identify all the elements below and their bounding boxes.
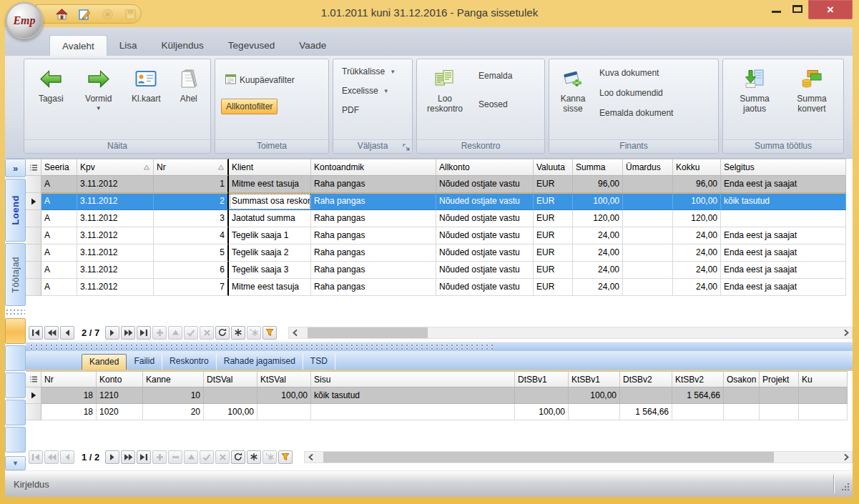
nav-last-button[interactable] (137, 450, 151, 464)
resize-grip[interactable] (834, 471, 853, 497)
tab-rahade-jagamised[interactable]: Rahade jagamised (217, 354, 303, 370)
grid-cell[interactable]: EUR (534, 262, 573, 279)
scroll-right-button[interactable] (840, 452, 852, 463)
nav-first-button[interactable] (29, 326, 43, 340)
grid-cell[interactable] (623, 262, 673, 279)
ribbon-tab-kyljendus[interactable]: Küljendus (149, 35, 216, 56)
loo-dokumendid-button[interactable]: Loo dokumendid (595, 86, 667, 100)
scrollbar-thumb[interactable] (323, 452, 774, 463)
nav-refresh-button[interactable] (215, 326, 230, 340)
grid-cell[interactable]: 120,00 (673, 210, 721, 227)
sidebar-group[interactable] (5, 372, 26, 398)
horizontal-scrollbar[interactable] (288, 327, 853, 339)
table-row[interactable]: A3.11.20124Tegelik saaja 1Raha pangasNõu… (26, 227, 853, 244)
table-row[interactable]: A3.11.20121Mitme eest tasujaRaha pangasN… (26, 176, 853, 193)
seosed-button[interactable]: Seosed (474, 97, 512, 112)
column-header-dtsbv2[interactable]: DtSBv2 (620, 371, 672, 387)
grid-cell[interactable] (623, 193, 673, 210)
grid-cell[interactable]: 100,00 (573, 193, 623, 210)
column-header-konto[interactable]: Konto (97, 371, 143, 387)
grid-cell[interactable]: 3.11.2012 (77, 279, 154, 296)
grid-cell[interactable]: Nõuded ostjate vastu (436, 227, 534, 244)
grid-cell[interactable]: Jaotatud summa (229, 210, 311, 227)
grid-cell[interactable]: Enda eest ja saajat (721, 279, 846, 296)
klkaart-button[interactable]: Kl.kaart (124, 61, 168, 139)
nav-filter-button[interactable] (262, 326, 277, 340)
sidebar-group[interactable] (5, 345, 26, 371)
home-qat-button[interactable] (55, 8, 68, 21)
grid-cell[interactable]: 120,00 (573, 210, 623, 227)
grid-cell[interactable] (724, 387, 760, 404)
grid-cell[interactable] (623, 279, 673, 296)
grid-cell[interactable]: 1020 (97, 404, 143, 420)
excelisse-button[interactable]: Excelisse ▼ (338, 84, 393, 98)
grid-cell[interactable]: 2 (154, 193, 229, 210)
column-header-projekt[interactable]: Projekt (760, 371, 799, 387)
grid-cell[interactable] (760, 387, 799, 404)
column-header-summa[interactable]: Summa (573, 159, 623, 176)
allkontofilter-button[interactable]: Allkontofilter (221, 99, 278, 114)
ribbon-tab-vaade[interactable]: Vaade (287, 35, 338, 56)
tab-tsd[interactable]: TSD (303, 354, 335, 370)
grid-cell[interactable]: Nõuded ostjate vastu (436, 244, 534, 262)
grid-cell[interactable]: 100,00 (569, 387, 620, 404)
grid-cell[interactable]: 24,00 (673, 279, 721, 296)
grid-cell[interactable]: Raha pangas (311, 262, 436, 279)
nav-next-button[interactable] (105, 326, 119, 340)
trukkalisse-button[interactable]: Trükkalisse ▼ (338, 64, 400, 79)
grid-cell[interactable]: kõik tasutud (721, 193, 846, 210)
tab-kanded[interactable]: Kanded (82, 354, 127, 370)
grid-cell[interactable]: 3.11.2012 (77, 262, 154, 279)
nav-prior-button[interactable] (60, 326, 74, 340)
ahel-button[interactable]: Ahel (172, 61, 206, 139)
scrollbar-thumb[interactable] (308, 327, 428, 338)
grid-cell[interactable]: 100,00 (515, 404, 569, 420)
vormid-button[interactable]: Vormid ▼ (77, 61, 121, 139)
sidebar-splitter[interactable] (6, 307, 25, 315)
grid-cell[interactable]: Nõuded ostjate vastu (436, 176, 534, 193)
grid-cell[interactable]: EUR (534, 244, 573, 262)
grid-cell[interactable]: Raha pangas (311, 227, 436, 244)
ribbon-tab-avaleht[interactable]: Avaleht (49, 35, 107, 56)
grid-cell[interactable]: Mitme eest tasuja (229, 176, 311, 193)
column-header-ku[interactable]: Ku (799, 371, 848, 387)
grid-cell[interactable]: Summast osa reskontross (229, 193, 311, 210)
grid-cell[interactable]: A (41, 279, 77, 296)
grid-cell[interactable]: 4 (154, 227, 229, 244)
column-header-valuuta[interactable]: Valuuta (534, 159, 573, 176)
nav-next-button[interactable] (105, 450, 119, 464)
grid-cell[interactable]: 3.11.2012 (77, 176, 154, 193)
sidebar-tab-loend[interactable]: Loend (5, 179, 26, 242)
column-header-dtsval[interactable]: DtSVal (204, 371, 257, 387)
grid-cell[interactable]: 1 (154, 176, 229, 193)
grid-cell[interactable]: 100,00 (204, 404, 257, 420)
table-row[interactable]: A3.11.20123Jaotatud summaRaha pangasNõud… (26, 210, 853, 227)
grid-cell[interactable]: EUR (534, 279, 573, 296)
nav-star-button[interactable] (247, 450, 261, 464)
nav-prior-page-button[interactable] (44, 326, 59, 340)
tab-reskontro[interactable]: Reskontro (162, 354, 217, 370)
grid-cell[interactable] (623, 210, 673, 227)
nav-next-page-button[interactable] (121, 450, 135, 464)
grid-cell[interactable]: Raha pangas (311, 210, 436, 227)
eemalda-button[interactable]: Eemalda (474, 69, 516, 83)
table-row[interactable]: 18102020100,00100,001 564,66 (26, 404, 853, 420)
app-menu-button[interactable]: Emp (6, 2, 43, 39)
scrollbar-track[interactable] (316, 452, 840, 463)
grid-cell[interactable] (623, 244, 673, 262)
grid-cell[interactable]: 3.11.2012 (77, 227, 154, 244)
grid-cell[interactable]: A (41, 262, 77, 279)
grid-cell[interactable]: 24,00 (673, 227, 721, 244)
grid-cell[interactable]: Enda eest ja saajat (721, 227, 846, 244)
grid-cell[interactable]: A (41, 176, 77, 193)
grid-cell[interactable]: 24,00 (573, 244, 623, 262)
grid-cell[interactable] (311, 404, 515, 420)
column-header-kokku[interactable]: Kokku (673, 159, 721, 176)
grid-cell[interactable]: 24,00 (573, 262, 623, 279)
grid-cell[interactable]: 96,00 (573, 176, 623, 193)
maximize-button[interactable] (787, 0, 808, 17)
nav-last-button[interactable] (137, 326, 151, 340)
nav-star-button[interactable] (231, 326, 245, 340)
summa-konvert-button[interactable]: Summa konvert (790, 61, 834, 139)
edit-qat-button[interactable] (78, 8, 91, 21)
